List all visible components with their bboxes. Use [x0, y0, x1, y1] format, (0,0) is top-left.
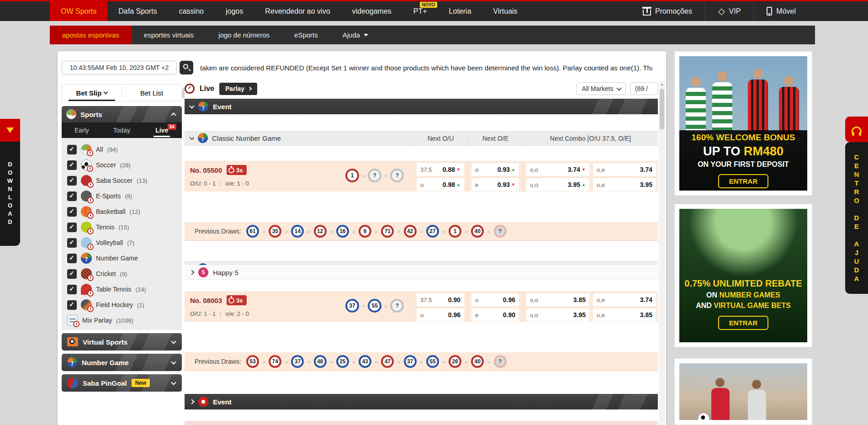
sport-row-basketball[interactable]: Basketball(12): [64, 204, 182, 219]
nav-promocoes[interactable]: Promoções: [630, 1, 705, 21]
sport-row-mix-parlay[interactable]: Mix Parlay(1036): [64, 313, 182, 328]
subnav-ajuda[interactable]: Ajuda: [330, 26, 381, 44]
checkbox-checked[interactable]: [67, 223, 77, 232]
search-button[interactable]: [180, 61, 193, 74]
sport-row-number-game[interactable]: Number Game: [64, 250, 182, 266]
tab-bet-list[interactable]: Bet List: [122, 85, 181, 101]
odds-cell-combo[interactable]: u,e3.95: [593, 178, 656, 191]
odds-cell-combo[interactable]: o,o3.85: [526, 293, 589, 306]
checkbox-checked[interactable]: [67, 145, 77, 154]
main-panel: 10:43:55AM Feb 10, 2023 GMT +2 taken are…: [58, 51, 666, 425]
nav-cassino[interactable]: cassino: [168, 1, 215, 21]
subnav-apostas-esportivas[interactable]: apostas esportivas: [50, 26, 132, 44]
nav-loteria[interactable]: Loteria: [438, 1, 482, 21]
draw-ball: 35: [269, 225, 281, 238]
nav-vip[interactable]: ◇VIP: [705, 1, 753, 21]
welcome-bonus-banner[interactable]: 160% WELCOME BONUS UP TO RM480 ON YOUR F…: [679, 56, 807, 191]
sport-row-soccer[interactable]: Soccer(28): [64, 157, 182, 173]
odds-cell-ou-over[interactable]: 37.50.88▼: [417, 163, 464, 176]
odds-cell-ou-under[interactable]: u0.98▲: [417, 178, 464, 191]
sidebar-section-number-game[interactable]: Number Game: [62, 354, 182, 371]
odds-cell-combo[interactable]: o,e3.74: [593, 293, 656, 306]
tab-today[interactable]: Today: [102, 122, 142, 138]
sports-promo-banner[interactable]: [679, 363, 807, 420]
clock-icon: [87, 306, 94, 312]
draw-ball: 16: [336, 225, 349, 238]
sport-row-table-tennis[interactable]: Table Tennis(14): [64, 282, 182, 297]
checkbox-checked[interactable]: [67, 269, 77, 279]
draw-ball: 6: [359, 225, 371, 238]
sport-row-cricket[interactable]: Cricket(8): [64, 266, 182, 282]
sport-row-saba-soccer[interactable]: Saba Soccer(13): [64, 173, 182, 188]
happy5-header-collapsed[interactable]: Happy 5: [185, 265, 658, 280]
scrollbar[interactable]: ▲: [659, 81, 665, 425]
draw-ball: ?: [368, 169, 381, 182]
event-group-header-collapsed[interactable]: Event: [185, 394, 658, 409]
page: OW Sports Dafa Sports cassino jogos Reve…: [0, 0, 868, 425]
sport-row-esports[interactable]: E-Sports(9): [64, 188, 182, 204]
all-markets-dropdown[interactable]: All Markets: [577, 82, 626, 95]
scroll-up-arrow[interactable]: ▲: [660, 82, 664, 86]
odds-cell-oe-odd[interactable]: o0.96: [471, 293, 519, 306]
checkbox-checked[interactable]: [67, 254, 77, 263]
draw-ball: 55: [426, 355, 439, 368]
checkbox-checked[interactable]: [67, 207, 77, 217]
odds-cell-combo[interactable]: u,o3.95: [526, 308, 589, 321]
parlay-button[interactable]: Parlay: [219, 83, 257, 95]
odds-cell-combo[interactable]: o,o3.74▼: [526, 163, 589, 176]
checkbox-checked[interactable]: [67, 191, 77, 201]
odds-cell-ou-over[interactable]: 37.50.90: [417, 293, 464, 306]
entrar-button[interactable]: ENTRAR: [718, 316, 769, 330]
subnav-esportes-virtuais[interactable]: esportes virtuais: [132, 26, 206, 44]
checkbox-checked[interactable]: [67, 176, 77, 186]
sport-row-tennis[interactable]: Tennis(15): [64, 219, 182, 235]
subnav-esports[interactable]: eSports: [282, 26, 330, 44]
classic-number-game-header[interactable]: Classic Number Game Next O/U Next O/E Ne…: [185, 131, 658, 146]
help-center-tab[interactable]: CENTRO DE AJUDA: [845, 142, 868, 294]
rebate-banner[interactable]: 0.75% UNLIMITED REBATE ON NUMBER GAMES A…: [679, 209, 807, 342]
nav-jogos[interactable]: jogos: [215, 1, 254, 21]
tab-early[interactable]: Early: [62, 122, 102, 138]
draw-ball: 37: [345, 299, 359, 313]
draw-number: No. 05500: [190, 166, 222, 174]
download-tab[interactable]: DOWNLOAD: [0, 142, 20, 246]
top-nav-right: Promoções ◇VIP Móvel: [630, 1, 809, 21]
odds-cell-oe-odd[interactable]: o0.93▲: [471, 163, 519, 176]
download-tab-icon[interactable]: [0, 119, 20, 142]
nav-dafa-sports[interactable]: Dafa Sports: [107, 1, 168, 21]
scrollbar-thumb[interactable]: [660, 89, 664, 130]
nav-ow-sports[interactable]: OW Sports: [50, 1, 107, 21]
sport-row-field-hockey[interactable]: Field Hockey(1): [64, 297, 182, 313]
sidebar-section-virtual-sports[interactable]: Virtual Sports: [62, 333, 182, 351]
clock-icon: [87, 275, 94, 281]
checkbox-checked[interactable]: [67, 238, 77, 248]
stripe-decoration: [104, 106, 173, 122]
server-timestamp: 10:43:55AM Feb 10, 2023 GMT +2: [62, 61, 177, 74]
draw-ball: ?: [390, 169, 404, 182]
checkbox-checked[interactable]: [67, 285, 77, 294]
nav-pt-plus[interactable]: PT+NOVO: [402, 1, 438, 21]
nav-videogames[interactable]: videogames: [341, 1, 402, 21]
help-center-icon[interactable]: [845, 117, 868, 142]
odds-cell-combo[interactable]: o,e3.74: [593, 163, 656, 176]
sport-row-all[interactable]: All(94): [64, 142, 182, 157]
entrar-button[interactable]: ENTRAR: [718, 174, 769, 188]
tab-bet-slip[interactable]: Bet Slip: [62, 85, 122, 101]
nav-virtuais[interactable]: Virtuais: [482, 1, 529, 21]
odds-cell-oe-even[interactable]: e0.90: [471, 308, 519, 321]
sidebar-section-saba-pingoal[interactable]: Saba PinGoalNew: [62, 374, 182, 392]
nav-revendedor[interactable]: Revendedor ao vivo: [254, 1, 341, 21]
odds-cell-oe-even[interactable]: e0.93▼: [471, 178, 519, 191]
sport-row-volleyball[interactable]: Volleyball(7): [64, 235, 182, 250]
draw-ball: 47: [381, 355, 394, 368]
odds-cell-combo[interactable]: u,e3.85: [593, 308, 656, 321]
odds-cell-ou-under[interactable]: u0.96: [417, 308, 464, 321]
event-group-header[interactable]: Event: [185, 99, 658, 114]
checkbox-checked[interactable]: [67, 300, 77, 310]
subnav-jogo-de-numeros[interactable]: jogo de números: [206, 26, 282, 44]
odds-cell-combo[interactable]: u,o3.95▲: [526, 178, 589, 191]
tab-live[interactable]: Live94: [142, 122, 182, 138]
checkbox-checked[interactable]: [67, 160, 77, 170]
nav-movel[interactable]: Móvel: [753, 1, 809, 21]
sports-section-header[interactable]: Sports: [62, 106, 182, 122]
